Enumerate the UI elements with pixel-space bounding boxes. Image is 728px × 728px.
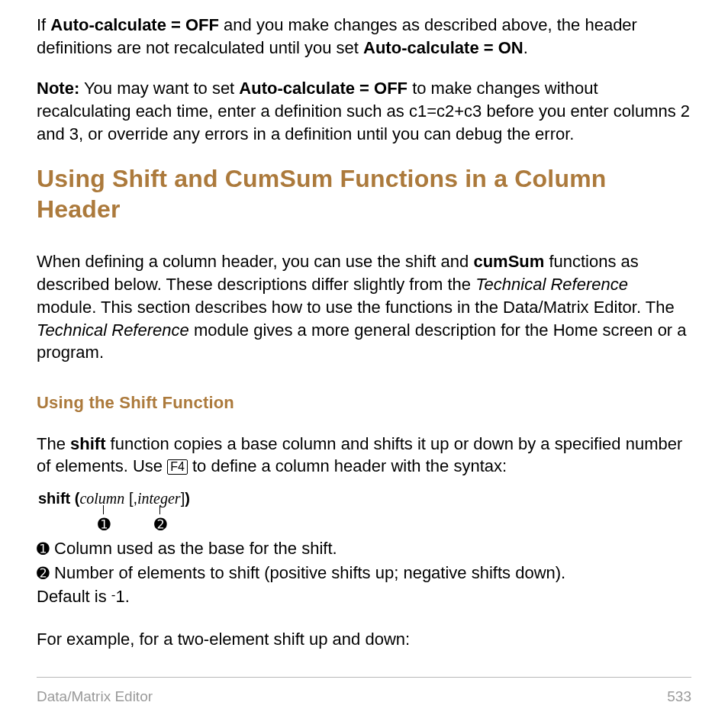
syntax-param-column: column — [79, 490, 124, 507]
text: to define a column header with the synta… — [188, 456, 507, 475]
callout-line-2 — [159, 505, 160, 514]
text: If — [37, 15, 50, 34]
paragraph-intro: When defining a column header, you can u… — [37, 250, 691, 363]
legend-marker-2: ➋ — [37, 565, 50, 581]
legend-row-1: ➊ Column used as the base for the shift. — [37, 537, 691, 560]
bold-term: Auto-calculate = OFF — [239, 79, 407, 98]
footer-page-number: 533 — [667, 687, 691, 707]
bold-term: Auto-calculate = OFF — [50, 15, 219, 34]
syntax-param-integer: integer — [137, 490, 181, 507]
paragraph-shift-desc: The shift function copies a base column … — [37, 433, 691, 478]
key-f4: F4 — [167, 459, 188, 475]
legend-row-3: Default is -1. — [37, 585, 691, 608]
callout-line-1 — [103, 505, 104, 514]
text: Column used as the base for the shift. — [50, 539, 337, 558]
syntax-text: shift (column [,integer]) — [38, 488, 190, 509]
text: You may want to set — [79, 79, 239, 98]
page-footer: Data/Matrix Editor 533 — [37, 677, 691, 707]
heading-using-shift: Using the Shift Function — [37, 391, 691, 414]
syntax-sep: [, — [124, 490, 137, 507]
text: Number of elements to shift (positive sh… — [50, 563, 565, 582]
paragraph-example-lead: For example, for a two-element shift up … — [37, 628, 691, 651]
bold-term: shift — [70, 434, 105, 453]
paragraph-note: Note: You may want to set Auto-calculate… — [37, 77, 691, 145]
heading-shift-cumsum: Using Shift and CumSum Functions in a Co… — [37, 163, 691, 224]
legend-row-2: ➋ Number of elements to shift (positive … — [37, 562, 691, 585]
paragraph-autocalc-off: If Auto-calculate = OFF and you make cha… — [37, 14, 691, 59]
note-label: Note: — [37, 79, 79, 98]
text: module. This section describes how to us… — [37, 298, 675, 317]
text: Default is — [37, 587, 111, 606]
footer-section: Data/Matrix Editor — [37, 687, 153, 707]
bold-term: cumSum — [473, 252, 544, 271]
syntax-keyword: shift ( — [38, 490, 79, 507]
text: . — [523, 38, 528, 57]
text: 1. — [116, 587, 130, 606]
text: The — [37, 434, 70, 453]
legend-marker-1: ➊ — [37, 540, 50, 557]
italic-term: Technical Reference — [37, 321, 189, 340]
callout-marker-2: ➋ — [154, 514, 167, 535]
syntax-diagram: shift (column [,integer]) ➊ ➋ — [38, 488, 691, 531]
italic-term: Technical Reference — [475, 275, 628, 294]
syntax-close: ) — [185, 490, 190, 507]
text: When defining a column header, you can u… — [37, 252, 473, 271]
callout-legend: ➊ Column used as the base for the shift.… — [37, 537, 691, 608]
callout-marker-1: ➊ — [98, 514, 111, 535]
bold-term: Auto-calculate = ON — [363, 38, 523, 57]
